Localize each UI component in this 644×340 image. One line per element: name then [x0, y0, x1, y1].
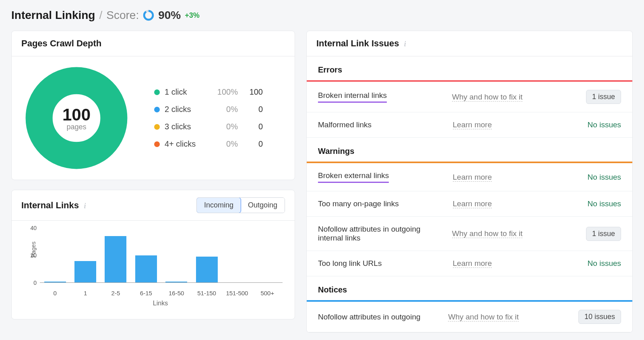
crawl-depth-title: Pages Crawl Depth: [21, 38, 101, 49]
x-tick-label: 1: [70, 290, 100, 296]
crawl-depth-donut: 100 pages: [25, 66, 128, 170]
donut-total: 100: [62, 105, 91, 124]
link-issues-card: Internal Link Issues i ErrorsBroken inte…: [306, 31, 633, 333]
score-value: 90%: [158, 9, 181, 22]
bar: [196, 257, 218, 283]
bar-column[interactable]: [131, 255, 161, 283]
internal-links-title: Internal Links: [21, 200, 79, 210]
bar-column[interactable]: [70, 261, 100, 283]
bar: [105, 236, 126, 283]
y-tick-label: 20: [30, 252, 37, 259]
legend-label: 1 click: [165, 87, 205, 97]
issue-row: Too long link URLsLearn moreNo issues: [307, 251, 632, 276]
info-icon[interactable]: i: [404, 40, 406, 48]
learn-more-link[interactable]: Learn more: [453, 173, 492, 182]
issue-row: Broken internal linksWhy and how to fix …: [307, 82, 632, 112]
legend-dot-icon: [154, 141, 160, 147]
issue-count-badge[interactable]: 10 issues: [578, 310, 621, 324]
no-issues-label: No issues: [588, 199, 621, 208]
legend-count: 0: [243, 139, 263, 149]
x-tick-label: 500+: [252, 290, 283, 296]
page-header: Internal Linking / Score: 90% +3%: [11, 9, 633, 22]
info-icon[interactable]: i: [84, 202, 86, 210]
why-fix-link[interactable]: Why and how to fix it: [448, 313, 518, 321]
no-issues-label: No issues: [588, 259, 621, 267]
crawl-depth-legend: 1 click100%1002 clicks0%03 clicks0%04+ c…: [154, 87, 263, 149]
legend-count: 0: [243, 105, 263, 114]
title-separator: /: [99, 9, 102, 22]
donut-label: pages: [66, 123, 86, 131]
issue-name[interactable]: Nofollow attributes in outgoing internal…: [318, 225, 444, 243]
issue-section-title: Errors: [307, 56, 632, 80]
issue-name[interactable]: Too long link URLs: [318, 259, 382, 268]
x-tick-label: 151-500: [222, 290, 252, 296]
issue-section-title: Notices: [307, 276, 632, 300]
x-tick-label: 51-150: [192, 290, 222, 296]
legend-row[interactable]: 4+ clicks0%0: [154, 139, 263, 149]
x-tick-label: 16-50: [161, 290, 192, 296]
no-issues-label: No issues: [588, 173, 621, 181]
toggle-incoming[interactable]: Incoming: [196, 197, 241, 213]
why-fix-link[interactable]: Why and how to fix it: [452, 93, 522, 102]
legend-label: 4+ clicks: [165, 139, 205, 149]
legend-pct: 0%: [210, 105, 238, 114]
issue-count-badge[interactable]: 1 issue: [586, 227, 621, 241]
internal-links-card: Internal Links i Incoming Outgoing Pages…: [11, 190, 295, 319]
issue-name[interactable]: Broken internal links: [318, 91, 387, 103]
legend-row[interactable]: 1 click100%100: [154, 87, 263, 97]
legend-count: 100: [243, 87, 263, 97]
issue-count-badge[interactable]: 1 issue: [586, 90, 621, 104]
learn-more-link[interactable]: Learn more: [453, 120, 492, 129]
issue-name[interactable]: Too many on-page links: [318, 199, 399, 208]
y-tick-label: 40: [30, 225, 37, 231]
legend-pct: 0%: [210, 139, 238, 149]
y-tick-label: 0: [33, 280, 37, 286]
issue-name[interactable]: Nofollow attributes in outgoing: [318, 313, 421, 321]
legend-pct: 100%: [210, 87, 238, 97]
links-direction-toggle: Incoming Outgoing: [196, 197, 285, 213]
legend-pct: 0%: [210, 122, 238, 131]
score-delta: +3%: [185, 11, 200, 20]
link-issues-title: Internal Link Issues: [316, 38, 399, 48]
bar: [74, 261, 96, 283]
why-fix-link[interactable]: Why and how to fix it: [452, 229, 522, 238]
issue-name[interactable]: Malformed links: [318, 120, 372, 129]
legend-dot-icon: [154, 89, 160, 95]
score-ring-icon: [143, 10, 154, 21]
issue-row: Broken external linksLearn moreNo issues: [307, 163, 632, 191]
score-label: Score:: [106, 9, 139, 22]
issue-row: Nofollow attributes in outgoing internal…: [307, 217, 632, 251]
links-bar-chart: Pages 02040 012-56-1516-5051-150151-5005…: [38, 228, 283, 296]
legend-label: 2 clicks: [165, 105, 205, 114]
svg-point-1: [144, 11, 153, 20]
legend-dot-icon: [154, 107, 160, 112]
x-tick-label: 0: [40, 290, 70, 296]
issue-section-title: Warnings: [307, 138, 632, 162]
crawl-depth-card: Pages Crawl Depth 100 pages 1 click100%1…: [11, 31, 295, 180]
learn-more-link[interactable]: Learn more: [453, 259, 492, 268]
issue-row: Too many on-page linksLearn moreNo issue…: [307, 191, 632, 217]
issue-name[interactable]: Broken external links: [318, 171, 389, 183]
no-issues-label: No issues: [588, 120, 621, 129]
toggle-outgoing[interactable]: Outgoing: [241, 198, 285, 213]
legend-count: 0: [243, 122, 263, 131]
bar-column[interactable]: [101, 236, 131, 283]
legend-row[interactable]: 3 clicks0%0: [154, 122, 263, 131]
legend-dot-icon: [154, 124, 160, 130]
page-title: Internal Linking: [11, 9, 95, 22]
legend-row[interactable]: 2 clicks0%0: [154, 105, 263, 114]
bar-column[interactable]: [192, 257, 222, 283]
legend-label: 3 clicks: [165, 122, 205, 131]
issue-row: Nofollow attributes in outgoingWhy and h…: [307, 302, 632, 332]
learn-more-link[interactable]: Learn more: [453, 199, 492, 208]
issue-row: Malformed linksLearn moreNo issues: [307, 112, 632, 138]
x-tick-label: 6-15: [131, 290, 161, 296]
x-tick-label: 2-5: [101, 290, 131, 296]
bar: [135, 255, 157, 283]
chart-x-label: Links: [38, 300, 283, 307]
